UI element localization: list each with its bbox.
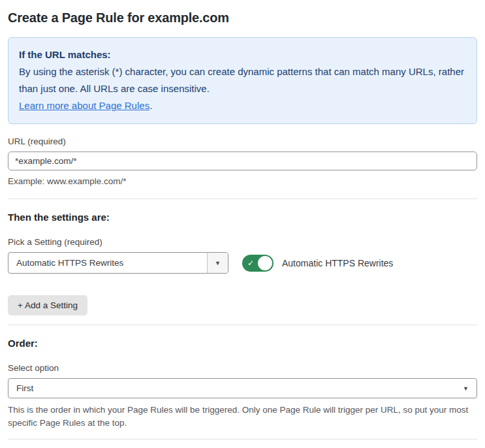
create-page-rule-panel: Create a Page Rule for example.com If th… — [0, 0, 485, 448]
link-suffix: . — [149, 100, 152, 111]
toggle-knob — [258, 256, 272, 270]
divider — [8, 325, 477, 325]
url-match-info-box: If the URL matches: By using the asteris… — [8, 37, 477, 124]
order-help-text: This is the order in which your Page Rul… — [8, 404, 477, 430]
setting-row: Automatic HTTPS Rewrites ▼ ✓ Automatic H… — [8, 252, 477, 274]
setting-toggle[interactable]: ✓ — [242, 255, 274, 272]
page-title: Create a Page Rule for example.com — [8, 10, 477, 25]
settings-heading: Then the settings are: — [8, 212, 477, 223]
url-example-hint: Example: www.example.com/* — [8, 176, 477, 186]
info-box-body: By using the asterisk (*) character, you… — [19, 63, 466, 97]
url-label: URL (required) — [8, 136, 477, 146]
check-icon: ✓ — [247, 259, 254, 267]
setting-toggle-label: Automatic HTTPS Rewrites — [282, 258, 393, 268]
chevron-down-icon[interactable]: ▼ — [207, 253, 228, 273]
url-input[interactable] — [8, 152, 477, 170]
order-heading: Order: — [8, 338, 477, 349]
setting-select[interactable]: Automatic HTTPS Rewrites ▼ — [8, 252, 228, 274]
chevron-down-icon: ▼ — [463, 385, 469, 392]
add-setting-button[interactable]: + Add a Setting — [8, 295, 87, 315]
pick-setting-label: Pick a Setting (required) — [8, 237, 477, 247]
learn-more-link[interactable]: Learn more about Page Rules — [19, 100, 149, 111]
info-box-link-line: Learn more about Page Rules. — [19, 97, 466, 114]
order-select-value: First — [16, 383, 33, 393]
url-field-group: URL (required) Example: www.example.com/… — [8, 136, 477, 186]
setting-select-value: Automatic HTTPS Rewrites — [8, 253, 207, 273]
order-select[interactable]: First ▼ — [8, 378, 477, 398]
divider — [8, 199, 477, 199]
divider — [8, 439, 477, 440]
select-option-label: Select option — [8, 363, 477, 373]
info-box-heading: If the URL matches: — [19, 46, 466, 63]
order-section: Order: Select option First ▼ This is the… — [8, 338, 477, 430]
